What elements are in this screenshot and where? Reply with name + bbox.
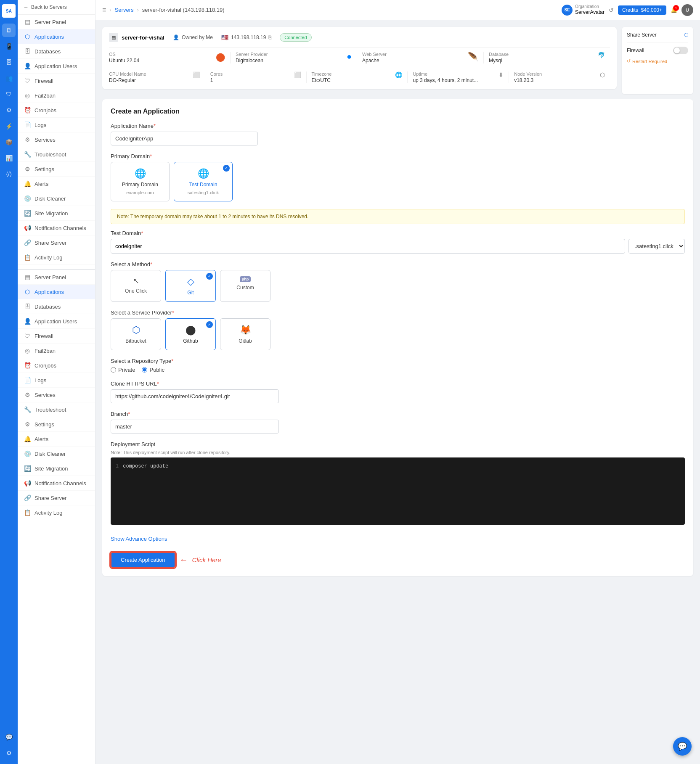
nav-item-share-server-2[interactable]: 🔗 Share Server — [18, 491, 95, 505]
git-icon: ◇ — [187, 276, 194, 287]
nav-item-activity-log-2[interactable]: 📋 Activity Log — [18, 505, 95, 520]
nav-item-app-users-2[interactable]: 👤 Application Users — [18, 314, 95, 329]
icon-btn-chart[interactable]: 📊 — [2, 151, 16, 165]
alerts-icon: 🔔 — [24, 180, 31, 187]
refresh-button[interactable]: ↺ — [609, 7, 614, 13]
icon-btn-code[interactable]: ⟨/⟩ — [2, 167, 16, 181]
create-button-area: Create Application ← Click Here — [111, 552, 685, 568]
radio-private-input[interactable] — [111, 367, 116, 373]
nav-item-app-users[interactable]: 👤 Application Users — [18, 59, 95, 74]
advance-options-link[interactable]: Show Advance Options — [111, 536, 167, 542]
nav-item-databases-2[interactable]: 🗄 Databases — [18, 299, 95, 314]
nav-item-firewall[interactable]: 🛡 Firewall — [18, 74, 95, 88]
nav-item-disk-cleaner[interactable]: 💿 Disk Cleaner — [18, 191, 95, 206]
nav-item-fail2ban-2[interactable]: ◎ Fail2ban — [18, 344, 95, 358]
nav-item-cronjobs[interactable]: ⏰ Cronjobs — [18, 103, 95, 118]
back-to-servers[interactable]: ← Back to Servers — [18, 0, 95, 15]
nav-item-services[interactable]: ⚙ Services — [18, 132, 95, 147]
radio-public[interactable]: Public — [142, 367, 164, 373]
clone-url-input[interactable] — [111, 389, 279, 403]
test-domain-card[interactable]: ✓ 🌐 Test Domain satesting1.click — [174, 162, 233, 201]
organization-box[interactable]: SE Organization ServerAvatar — [562, 4, 605, 16]
share-icon[interactable]: ⬡ — [684, 32, 688, 38]
nav-item-notification-channels-2[interactable]: 📢 Notification Channels — [18, 476, 95, 491]
radio-private[interactable]: Private — [111, 367, 135, 373]
icon-btn-shield[interactable]: 🛡 — [2, 87, 16, 101]
org-info: Organization ServerAvatar — [575, 4, 605, 16]
nav-item-troubleshoot[interactable]: 🔧 Troubleshoot — [18, 147, 95, 162]
nav-item-logs-2[interactable]: 📄 Logs — [18, 373, 95, 388]
nav-item-databases[interactable]: 🗄 Databases — [18, 44, 95, 59]
nav-item-settings[interactable]: ⚙ Settings — [18, 162, 95, 177]
meta-cores: ⬜ Cores 1 — [205, 71, 307, 83]
icon-btn-bolt[interactable]: ⚡ — [2, 119, 16, 133]
gitlab-label: Gitlab — [239, 338, 252, 344]
method-one-click[interactable]: ↖ One Click — [111, 270, 161, 302]
chevron-right-icon-2: › — [137, 7, 138, 13]
server-meta-row-2: ⬜ CPU Model Name DO-Regular ⬜ Cores 1 🌐 … — [109, 67, 610, 83]
custom-label: Custom — [236, 285, 254, 291]
credits-button[interactable]: Credits $40,000+ — [618, 5, 666, 15]
nav-item-disk-cleaner-2[interactable]: 💿 Disk Cleaner — [18, 447, 95, 461]
share-server-icon: 🔗 — [24, 239, 31, 246]
nav-item-server-panel[interactable]: ▤ Server Panel — [18, 15, 95, 29]
toggle-knob — [674, 48, 680, 53]
nav-item-activity-log[interactable]: 📋 Activity Log — [18, 250, 95, 265]
icon-btn-home[interactable]: 🖥 — [2, 24, 16, 37]
provider-gitlab[interactable]: 🦊 Gitlab — [220, 318, 270, 350]
nav-item-applications[interactable]: ⬡ Applications — [18, 29, 95, 44]
logs-icon-2: 📄 — [24, 377, 31, 383]
github-check: ✓ — [206, 321, 213, 328]
nav-item-share-server[interactable]: 🔗 Share Server — [18, 235, 95, 250]
user-avatar[interactable]: U — [681, 4, 693, 16]
nav-item-notification-channels[interactable]: 📢 Notification Channels — [18, 221, 95, 235]
branch-group: Branch* — [111, 411, 685, 434]
float-action-button[interactable]: 💬 — [673, 737, 692, 756]
test-domain-select[interactable]: .satesting1.click — [628, 239, 685, 254]
radio-public-input[interactable] — [142, 367, 147, 373]
icon-btn-box[interactable]: 📦 — [2, 135, 16, 149]
nav-item-firewall-2[interactable]: 🛡 Firewall — [18, 329, 95, 344]
nav-item-services-2[interactable]: ⚙ Services — [18, 388, 95, 402]
provider-github[interactable]: ✓ ⬤ Github — [165, 318, 216, 350]
nav-item-troubleshoot-2[interactable]: 🔧 Troubleshoot — [18, 402, 95, 417]
branch-input[interactable] — [111, 420, 279, 434]
nav-item-fail2ban[interactable]: ◎ Fail2ban — [18, 88, 95, 103]
meta-uptime: ⬇ Uptime up 3 days, 4 hours, 2 minut... — [408, 71, 509, 83]
test-domain-input[interactable] — [111, 239, 625, 254]
nav-item-alerts[interactable]: 🔔 Alerts — [18, 177, 95, 191]
icon-btn-chat[interactable]: 💬 — [2, 730, 16, 744]
icon-btn-apps[interactable]: 📱 — [2, 40, 16, 53]
primary-domain-card[interactable]: 🌐 Primary Domain example.com — [111, 162, 170, 201]
method-git[interactable]: ✓ ◇ Git — [165, 270, 216, 302]
deploy-script-label: Deployment Script — [111, 441, 685, 447]
nav-item-server-panel-2[interactable]: ▤ Server Panel — [18, 270, 95, 285]
provider-bitbucket[interactable]: ⬡ Bitbucket — [111, 318, 161, 350]
nav-item-settings-2[interactable]: ⚙ Settings — [18, 417, 95, 432]
nav-item-site-migration-2[interactable]: 🔄 Site Migration — [18, 461, 95, 476]
copy-ip-icon[interactable]: ⎘ — [268, 34, 271, 40]
breadcrumb-servers[interactable]: Servers — [115, 7, 134, 13]
nav-item-cronjobs-2[interactable]: ⏰ Cronjobs — [18, 358, 95, 373]
nav-item-logs[interactable]: 📄 Logs — [18, 118, 95, 132]
nav-item-alerts-2[interactable]: 🔔 Alerts — [18, 432, 95, 447]
repo-type-group: Select a Repository Type* Private Public — [111, 358, 685, 373]
create-application-button[interactable]: Create Application — [111, 552, 175, 568]
notification-button[interactable]: 🔔 1 — [671, 7, 677, 13]
app-name-input[interactable] — [111, 132, 258, 145]
nav-item-site-migration[interactable]: 🔄 Site Migration — [18, 206, 95, 221]
logo[interactable]: SA — [2, 4, 16, 18]
icon-btn-users[interactable]: 👥 — [2, 71, 16, 85]
troubleshoot-icon: 🔧 — [24, 151, 31, 158]
restart-required: ↺ Restart Required — [627, 58, 688, 64]
nav-item-applications-2[interactable]: ⬡ Applications — [18, 285, 95, 299]
icon-btn-settings-bottom[interactable]: ⚙ — [2, 746, 16, 760]
firewall-toggle[interactable] — [673, 47, 688, 54]
code-editor[interactable]: 1composer update — [111, 457, 685, 525]
nav-sidebar: ← Back to Servers ▤ Server Panel ⬡ Appli… — [18, 0, 95, 764]
method-custom[interactable]: php Custom — [220, 270, 270, 302]
icon-btn-db[interactable]: 🗄 — [2, 56, 16, 69]
icon-btn-gear[interactable]: ⚙ — [2, 103, 16, 117]
meta-cpu: ⬜ CPU Model Name DO-Regular — [109, 71, 205, 83]
method-label: Select a Method* — [111, 261, 685, 267]
